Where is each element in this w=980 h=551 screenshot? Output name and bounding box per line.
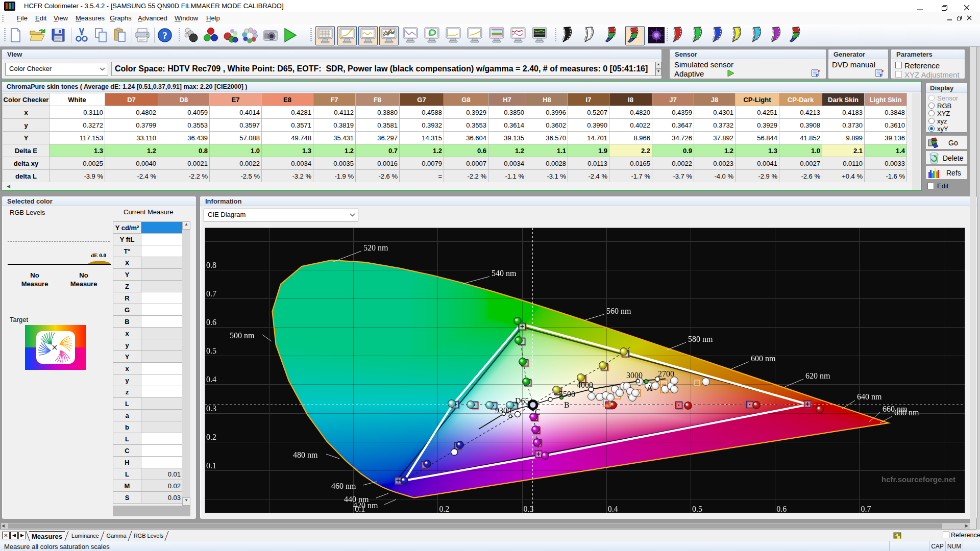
svg-text:?: ?: [162, 30, 167, 41]
